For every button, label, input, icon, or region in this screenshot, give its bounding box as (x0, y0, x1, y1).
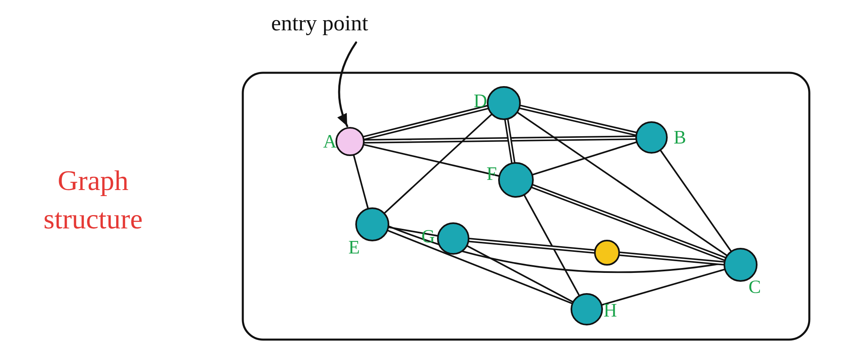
graph-node (438, 223, 469, 254)
graph-edge (354, 155, 368, 209)
title-line1: Graph (58, 165, 129, 196)
target-node (595, 241, 619, 265)
graph-node (499, 163, 533, 197)
entry-node (336, 128, 364, 155)
entry-point-annotation: entry point (271, 11, 368, 35)
node-label: D (473, 91, 487, 111)
node-label: C (749, 277, 761, 297)
graph-edge (602, 269, 725, 305)
graph-node (571, 294, 602, 325)
graph-node (636, 122, 667, 153)
diagram-canvas: Graph structure entry point ABCDEFGH (0, 0, 868, 359)
node-label: B (674, 127, 686, 148)
node-label: A (323, 131, 336, 152)
node-label: H (603, 300, 617, 321)
graph-node (488, 87, 520, 119)
graph-edge (517, 112, 727, 256)
node-label: G (421, 226, 435, 247)
graph-node (356, 208, 388, 241)
entry-point-arrow (337, 42, 356, 126)
graph-nodes: ABCDEFGH (323, 87, 761, 325)
node-label: E (348, 237, 360, 258)
graph-edge (532, 142, 637, 175)
node-label: F (486, 163, 497, 184)
graph-frame (243, 73, 809, 340)
title-line2: structure (44, 203, 143, 234)
graph-node (724, 249, 757, 281)
graph-edge (363, 145, 499, 176)
